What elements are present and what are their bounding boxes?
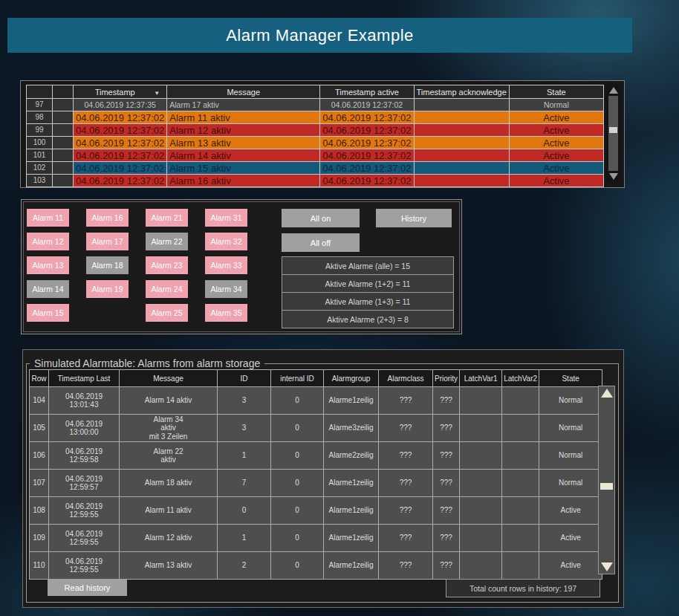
history-button[interactable]: History [376,209,452,227]
arrow-up-icon [609,87,618,94]
alarm-button[interactable]: Alarm 22 [146,233,188,250]
history-cell [460,442,502,470]
state-cell: Active [509,137,603,149]
scroll-up-button[interactable] [599,386,614,400]
history-cell: Alarme1zeilig [324,387,379,415]
alarm-button[interactable]: Alarm 16 [86,209,129,227]
alarm-button[interactable]: Alarm 25 [146,304,188,322]
history-cell: 04.06.2019 12:59:55 [49,552,120,580]
timestamp-acknowledge-cell [414,149,509,162]
alarm-button[interactable]: Alarm 23 [146,256,188,274]
history-cell: Alarm 34 aktiv mit 3 Zeilen [120,415,218,442]
timestamp-cell: 04.06.2019 12:37:02 [74,149,167,162]
scroll-thumb[interactable] [600,483,613,490]
alarm-button[interactable]: Alarm 19 [86,280,129,298]
alarm-row[interactable]: 10304.06.2019 12:37:02Alarm 16 aktiv04.0… [27,175,604,187]
alarm-button[interactable]: Alarm 18 [86,256,129,274]
history-cell: 0 [271,470,324,497]
history-cell [460,387,502,415]
history-table-body: 10404.06.2019 13:01:43Alarm 14 aktiv30Al… [30,387,602,580]
alarm-button[interactable]: Alarm 31 [205,209,247,227]
all-off-button[interactable]: All off [282,233,360,252]
history-column-header: LatchVar2 [502,370,539,387]
state-cell: Active [509,111,603,124]
active-alarm-counter: Aktive Alarme (2+3) = 8 [282,310,454,328]
alarm-icon-cell [53,137,74,149]
alarm-column-header[interactable]: Timestamp acknowledge [414,85,509,99]
history-column-header: ID [218,370,271,387]
history-cell: ??? [433,552,460,580]
alarm-button[interactable]: Alarm 33 [205,256,247,274]
history-row[interactable]: 11004.06.2019 12:59:55Alarm 13 aktiv20Al… [30,552,602,580]
history-cell: 109 [30,525,49,552]
scroll-thumb[interactable] [609,127,617,133]
alarm-button[interactable]: Alarm 13 [27,256,69,274]
alarm-column-header [27,85,53,99]
history-table-scrollbar[interactable] [598,386,615,574]
timestamp-active-cell: 04.06.2019 12:37:02 [320,111,414,124]
history-column-header: State [539,370,602,387]
history-cell: ??? [379,387,433,415]
alarm-button[interactable]: Alarm 12 [27,233,69,250]
alarm-row[interactable]: 10104.06.2019 12:37:02Alarm 14 aktiv04.0… [27,149,604,162]
read-history-button[interactable]: Read history [48,579,127,596]
alarm-button[interactable]: Alarm 35 [205,304,247,322]
history-row[interactable]: 10804.06.2019 12:59:55Alarm 11 aktiv00Al… [30,497,602,525]
alarm-button[interactable]: Alarm 17 [86,233,129,250]
scroll-up-button[interactable] [606,85,620,96]
history-cell: 0 [218,497,271,525]
history-cell: 106 [30,442,49,470]
alarm-button[interactable]: Alarm 15 [27,304,69,322]
history-cell: Normal [539,442,602,470]
history-row[interactable]: 10604.06.2019 12:59:58Alarm 22 aktiv10Al… [30,442,602,470]
history-cell [502,470,539,497]
alarm-table-panel: Timestamp▼MessageTimestamp activeTimesta… [20,80,625,188]
alarm-row[interactable]: 10004.06.2019 12:37:02Alarm 13 aktiv04.0… [27,137,604,149]
active-alarm-counters: Aktive Alarme (alle) = 15Aktive Alarme (… [282,257,454,328]
sort-indicator-icon: ▼ [154,90,160,97]
history-cell: 105 [30,415,49,442]
history-cell: Alarm 22 aktiv [120,442,218,470]
active-alarm-counter: Aktive Alarme (1+3) = 11 [282,292,454,311]
timestamp-active-cell: 04.06.2019 12:37:02 [320,175,414,187]
alarm-row[interactable]: 9904.06.2019 12:37:02Alarm 12 aktiv04.06… [27,124,604,137]
alarm-column-header[interactable]: Message [167,85,320,99]
alarm-button[interactable]: Alarm 32 [205,233,247,250]
alarm-table: Timestamp▼MessageTimestamp activeTimesta… [26,85,604,187]
alarm-column-header[interactable]: Timestamp active [320,85,414,99]
alarm-button[interactable]: Alarm 14 [27,280,69,298]
history-cell [460,415,502,442]
scroll-down-button[interactable] [606,171,620,182]
history-cell: 04.06.2019 13:00:00 [49,415,120,442]
scroll-track[interactable] [599,400,614,560]
history-cell: ??? [433,415,460,442]
timestamp-active-cell: 04.06.2019 12:37:02 [320,124,414,137]
history-cell: Alarme2zeilig [324,442,379,470]
history-cell: Alarme1zeilig [324,552,379,580]
history-row[interactable]: 10904.06.2019 12:59:55Alarm 12 aktiv10Al… [30,525,602,552]
history-row[interactable]: 10704.06.2019 12:59:57Alarm 18 aktiv70Al… [30,470,602,497]
history-cell: Alarm 18 aktiv [120,470,218,497]
alarm-button[interactable]: Alarm 11 [27,209,69,227]
all-on-button[interactable]: All on [282,209,360,227]
alarm-column-header[interactable]: Timestamp▼ [74,85,167,99]
history-cell: ??? [433,497,460,525]
history-row[interactable]: 10504.06.2019 13:00:00Alarm 34 aktiv mit… [30,415,602,442]
history-cell [502,552,539,580]
history-row[interactable]: 10404.06.2019 13:01:43Alarm 14 aktiv30Al… [30,387,602,415]
alarm-column-header[interactable]: State [509,85,603,99]
timestamp-cell: 04.06.2019 12:37:02 [74,175,167,187]
alarm-button[interactable]: Alarm 21 [146,209,188,227]
scroll-down-button[interactable] [599,560,614,574]
alarm-row[interactable]: 9704.06.2019 12:37:35Alarm 17 aktiv04.06… [27,99,604,111]
alarm-button[interactable]: Alarm 24 [146,280,188,298]
timestamp-cell: 04.06.2019 12:37:35 [74,99,167,111]
alarm-row[interactable]: 10204.06.2019 12:37:02Alarm 15 aktiv04.0… [27,162,604,175]
history-column-header: Row [30,370,49,387]
alarm-button[interactable]: Alarm 34 [205,280,247,298]
scroll-track[interactable] [608,96,618,171]
alarm-row[interactable]: 9804.06.2019 12:37:02Alarm 11 aktiv04.06… [27,111,604,124]
history-cell: 2 [218,552,271,580]
history-cell [460,552,502,580]
alarm-table-scrollbar[interactable] [606,85,620,182]
